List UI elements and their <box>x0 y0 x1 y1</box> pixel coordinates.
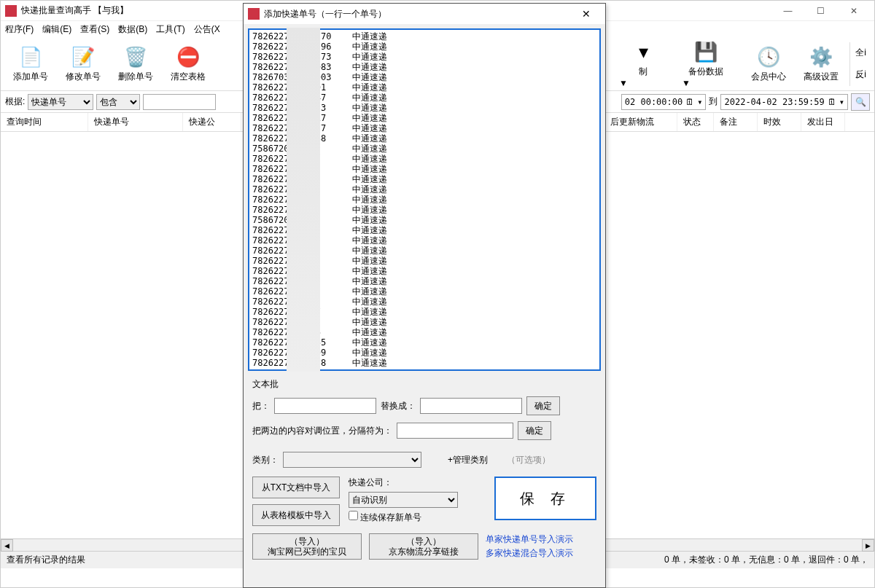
app-icon <box>5 5 17 17</box>
col-header[interactable]: 备注 <box>714 113 758 131</box>
tool-会员中心[interactable]: 🕓会员中心 <box>744 44 793 83</box>
col-header[interactable]: 后更新物流 <box>604 113 677 131</box>
menu-program[interactable]: 程序(F) <box>5 23 34 36</box>
courier-select[interactable]: 自动识别 <box>349 492 458 508</box>
chevron-down-icon[interactable]: ▼ <box>619 78 667 88</box>
swap-confirm-button[interactable]: 确定 <box>518 421 551 440</box>
tool-icon: ⛔ <box>176 44 201 69</box>
batch-section-label: 文本批 <box>252 378 596 391</box>
chevron-down-icon[interactable]: ▼ <box>682 78 730 88</box>
filter-op-select[interactable]: 包含 <box>96 94 140 110</box>
tool-icon: ▾ <box>631 39 656 64</box>
dialog-titlebar: 添加快递单号（一行一个单号） ✕ <box>244 4 605 24</box>
replace-from-input[interactable] <box>274 398 376 414</box>
side-all[interactable]: 全i <box>855 47 866 59</box>
col-header[interactable]: 查询时间 <box>1 113 88 131</box>
add-tracking-dialog: 添加快递单号（一行一个单号） ✕ 文本批 把： 替换成： 确定 把两边的内容对调… <box>243 3 606 588</box>
import-jd-button[interactable]: （导入）京东物流分享链接 <box>369 533 478 560</box>
demo-link-multi[interactable]: 多家快递混合导入演示 <box>486 547 573 560</box>
swap-row: 把两边的内容对调位置，分隔符为： 确定 <box>252 421 596 440</box>
optional-label: （可选项） <box>507 454 551 466</box>
calendar-icon: 🗓 <box>828 97 836 107</box>
minimize-button[interactable]: — <box>771 1 804 21</box>
category-select[interactable] <box>283 452 421 468</box>
to-label: 到 <box>709 95 718 108</box>
tool-修改单号[interactable]: 📝修改单号 <box>59 44 107 83</box>
scroll-left-icon[interactable]: ◀ <box>1 539 13 552</box>
col-header[interactable]: 时效 <box>758 113 801 131</box>
courier-label: 快递公司： <box>349 477 458 489</box>
demo-link-single[interactable]: 单家快递单号导入演示 <box>486 533 573 546</box>
side-inverse[interactable]: 反i <box>855 68 866 81</box>
filter-value-input[interactable] <box>143 94 216 110</box>
tool-icon: 💾 <box>693 39 718 64</box>
tracking-textarea-wrap <box>248 28 601 371</box>
dialog-icon <box>248 8 260 20</box>
replace-row: 把： 替换成： 确定 <box>252 396 596 415</box>
tool-添加单号[interactable]: 📄添加单号 <box>7 44 55 83</box>
tool-删除单号[interactable]: 🗑️删除单号 <box>112 44 160 83</box>
search-icon: 🔍 <box>855 97 866 107</box>
menu-view[interactable]: 查看(S) <box>80 23 109 36</box>
tracking-textarea[interactable] <box>249 30 599 369</box>
tool-清空表格[interactable]: ⛔清空表格 <box>164 44 212 83</box>
dialog-title: 添加快递单号（一行一个单号） <box>264 8 572 20</box>
filter-field-select[interactable]: 快递单号 <box>28 94 93 110</box>
menu-data[interactable]: 数据(B) <box>118 23 147 36</box>
col-header[interactable]: 快递单号 <box>88 113 183 131</box>
menu-edit[interactable]: 编辑(E) <box>42 23 71 36</box>
col-header[interactable]: 发出日 <box>801 113 845 131</box>
calendar-icon: 🗓 <box>685 97 694 107</box>
tool-icon: 🕓 <box>756 44 781 69</box>
swap-delim-input[interactable] <box>397 423 513 439</box>
dialog-close-button[interactable]: ✕ <box>572 4 601 24</box>
replace-confirm-button[interactable]: 确定 <box>526 396 560 415</box>
status-left: 查看所有记录的结果 <box>7 554 85 566</box>
tool-icon: 🗑️ <box>123 44 148 69</box>
tool-icon: ⚙️ <box>809 44 833 69</box>
col-header[interactable]: 快递公 <box>183 113 241 131</box>
filter-root-label: 根据: <box>5 95 25 108</box>
tool-icon: 📄 <box>18 44 43 69</box>
save-button[interactable]: 保 存 <box>494 477 596 520</box>
keep-new-checkbox[interactable]: 连续保存新单号 <box>349 511 458 524</box>
menu-notice[interactable]: 公告(X <box>194 23 220 36</box>
tool-icon: 📝 <box>71 44 96 69</box>
date-to[interactable]: 2022-04-02 23:59:59🗓▾ <box>720 94 848 110</box>
search-button[interactable]: 🔍 <box>851 93 870 111</box>
date-from[interactable]: 02 00:00:00🗓▾ <box>621 94 707 110</box>
import-txt-button[interactable]: 从TXT文档中导入 <box>252 477 340 498</box>
manage-category-link[interactable]: +管理类别 <box>448 454 488 466</box>
menu-tools[interactable]: 工具(T) <box>156 23 184 36</box>
scroll-right-icon[interactable]: ▶ <box>862 539 874 552</box>
close-button[interactable]: ✕ <box>837 1 870 21</box>
import-template-button[interactable]: 从表格模板中导入 <box>252 504 340 526</box>
side-buttons: 全i 反i <box>849 42 868 86</box>
maximize-button[interactable]: ☐ <box>804 1 837 21</box>
status-right: 0 单，未签收：0 单，无信息：0 单，退回件：0 单， <box>664 554 868 566</box>
import-taobao-button[interactable]: （导入）淘宝网已买到的宝贝 <box>252 533 362 560</box>
col-header[interactable]: 状态 <box>677 113 714 131</box>
category-row: 类别： +管理类别 （可选项） <box>252 452 596 468</box>
tool-制[interactable]: ▾制 <box>619 39 667 78</box>
tool-高级设置[interactable]: ⚙️高级设置 <box>797 44 845 83</box>
tool-备份数据[interactable]: 💾备份数据 <box>682 39 730 78</box>
replace-to-input[interactable] <box>420 398 522 414</box>
